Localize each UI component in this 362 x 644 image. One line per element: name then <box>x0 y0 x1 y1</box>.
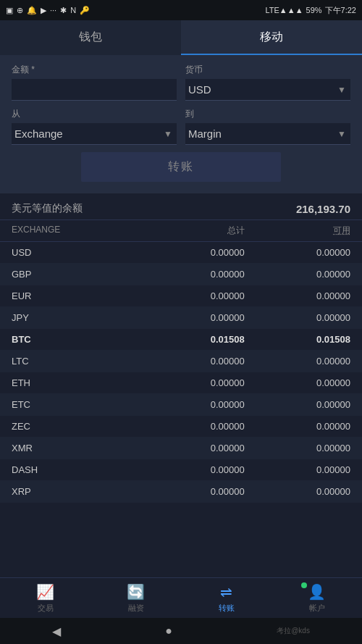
back-button[interactable]: ◀ <box>52 624 61 638</box>
cell-currency-name: DASH <box>12 464 139 475</box>
cell-total: 0.00000 <box>139 312 245 323</box>
icon-dots: ··· <box>50 6 56 14</box>
cell-available: 0.00000 <box>245 377 350 388</box>
cell-available: 0.01508 <box>245 334 350 345</box>
cell-currency-name: XRP <box>12 486 139 497</box>
balance-value: 216,193.70 <box>296 203 350 215</box>
cell-available: 0.00000 <box>245 443 350 453</box>
table-row: XMR 0.00000 0.00000 <box>0 438 362 459</box>
cell-total: 0.00000 <box>139 421 245 432</box>
currency-label: 货币 <box>185 64 350 76</box>
tab-transfer[interactable]: 移动 <box>181 20 362 55</box>
cell-available: 0.00000 <box>245 399 350 410</box>
table-row: USD 0.00000 0.00000 <box>0 242 362 264</box>
to-arrow-icon: ▼ <box>337 129 346 139</box>
amount-label: 金额 * <box>12 64 177 76</box>
brand-label: 考拉@kds <box>277 626 310 636</box>
nav-item-trading[interactable]: 📈 交易 <box>0 578 90 618</box>
cell-available: 0.00000 <box>245 486 350 497</box>
cell-currency-name: ETH <box>12 377 139 388</box>
cell-total: 0.00000 <box>139 247 245 258</box>
currency-arrow-icon: ▼ <box>337 85 346 95</box>
table-row: GBP 0.00000 0.00000 <box>0 264 362 285</box>
cell-currency-name: ZEC <box>12 421 139 432</box>
icon-bell: 🔔 <box>27 6 37 15</box>
funding-icon: 🔄 <box>127 583 145 601</box>
cell-currency-name: LTC <box>12 356 139 367</box>
table-row: DASH 0.00000 0.00000 <box>0 459 362 481</box>
cell-available: 0.00000 <box>245 356 350 367</box>
cell-available: 0.00000 <box>245 269 350 280</box>
cell-available: 0.00000 <box>245 247 350 258</box>
cell-currency-name: XMR <box>12 443 139 453</box>
icon-box: ▣ <box>6 6 13 15</box>
battery-indicator: 59% <box>306 6 322 14</box>
form-row-from-to: 从 Exchange ▼ 到 Margin ▼ <box>12 108 350 145</box>
status-right: LTE▲▲▲ 59% 下午7:22 <box>266 5 356 16</box>
table-row: JPY 0.00000 0.00000 <box>0 307 362 329</box>
table-row: ZEC 0.00000 0.00000 <box>0 416 362 438</box>
balance-label: 美元等值的余额 <box>12 202 83 215</box>
currency-group: 货币 USD ▼ <box>185 64 350 101</box>
table-row: EUR 0.00000 0.00000 <box>0 285 362 307</box>
to-group: 到 Margin ▼ <box>185 108 350 145</box>
status-bar: ▣ ⊕ 🔔 ▶ ··· ✱ N 🔑 LTE▲▲▲ 59% 下午7:22 <box>0 0 362 20</box>
transfer-btn-row: 转账 <box>12 152 350 182</box>
amount-input[interactable] <box>12 79 177 101</box>
form-row-amount-currency: 金额 * 货币 USD ▼ <box>12 64 350 101</box>
col-header-name: EXCHANGE <box>12 225 139 237</box>
cell-available: 0.00000 <box>245 312 350 323</box>
account-label: 帐户 <box>309 603 325 614</box>
cell-currency-name: JPY <box>12 312 139 323</box>
nav-item-funding[interactable]: 🔄 融资 <box>90 578 181 618</box>
cell-total: 0.00000 <box>139 356 245 367</box>
cell-currency-name: USD <box>12 247 139 258</box>
cell-currency-name: BTC <box>12 334 139 345</box>
icon-key: 🔑 <box>80 6 90 15</box>
transfer-nav-label: 转账 <box>219 603 235 614</box>
account-icon: 👤 <box>308 583 326 601</box>
nav-item-account[interactable]: 👤 帐户 <box>272 578 362 618</box>
to-value: Margin <box>185 123 350 144</box>
transfer-button[interactable]: 转账 <box>81 152 281 182</box>
cell-total: 0.00000 <box>139 443 245 453</box>
top-tabs: 钱包 移动 <box>0 20 362 55</box>
col-header-total: 总计 <box>139 225 245 237</box>
nav-item-transfer[interactable]: ⇌ 转账 <box>181 578 272 618</box>
currency-select[interactable]: USD ▼ <box>185 79 350 101</box>
table-row: LTC 0.00000 0.00000 <box>0 351 362 372</box>
amount-group: 金额 * <box>12 64 177 101</box>
sys-nav-bar: ◀ ● 考拉@kds <box>0 618 362 644</box>
trading-label: 交易 <box>38 603 54 614</box>
tab-wallet[interactable]: 钱包 <box>0 20 181 55</box>
from-value: Exchange <box>12 123 177 144</box>
from-select[interactable]: Exchange ▼ <box>12 123 177 145</box>
icon-nfc: N <box>70 6 76 14</box>
balance-section: 美元等值的余额 216,193.70 <box>0 193 362 220</box>
cell-currency-name: ETC <box>12 399 139 410</box>
cell-total: 0.00000 <box>139 269 245 280</box>
from-arrow-icon: ▼ <box>164 129 172 139</box>
funding-label: 融资 <box>128 603 144 614</box>
cell-available: 0.00000 <box>245 421 350 432</box>
bottom-nav: 📈 交易 🔄 融资 ⇌ 转账 👤 帐户 <box>0 577 362 618</box>
cell-total: 0.01508 <box>139 334 245 345</box>
cell-total: 0.00000 <box>139 377 245 388</box>
table-row: BTC 0.01508 0.01508 <box>0 329 362 351</box>
currency-value: USD <box>185 79 350 100</box>
cell-currency-name: GBP <box>12 269 139 280</box>
form-area: 金额 * 货币 USD ▼ 从 Exchange ▼ 到 Margin ▼ <box>0 55 362 193</box>
account-online-dot <box>301 582 307 588</box>
to-select[interactable]: Margin ▼ <box>185 123 350 145</box>
time-display: 下午7:22 <box>325 5 356 16</box>
trading-icon: 📈 <box>36 583 54 601</box>
status-left-icons: ▣ ⊕ 🔔 ▶ ··· ✱ N 🔑 <box>6 6 90 15</box>
table-header: EXCHANGE 总计 可用 <box>0 220 362 242</box>
icon-play: ▶ <box>41 6 46 15</box>
home-button[interactable]: ● <box>165 624 172 637</box>
icon-bt: ✱ <box>60 6 67 15</box>
table-row: ETH 0.00000 0.00000 <box>0 372 362 394</box>
cell-total: 0.00000 <box>139 464 245 475</box>
cell-total: 0.00000 <box>139 486 245 497</box>
table-row: ETC 0.00000 0.00000 <box>0 394 362 416</box>
